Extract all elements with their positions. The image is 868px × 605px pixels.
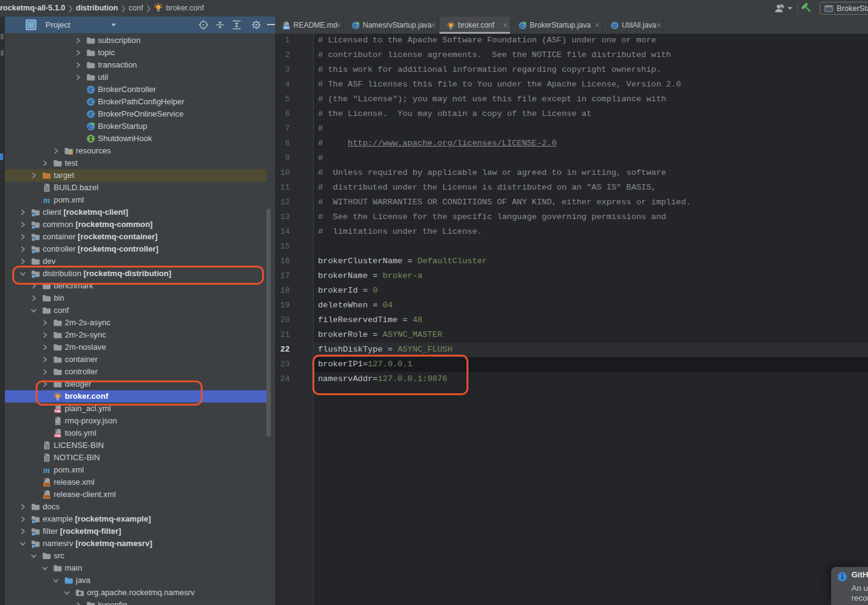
svg-text:C: C [88,110,93,117]
svg-text:C: C [88,86,93,93]
svg-text:m: m [43,196,50,205]
svg-text:C: C [613,23,617,29]
svg-text:{..}: {..} [53,420,63,426]
svg-text:C: C [88,98,93,105]
svg-text:YML: YML [54,409,61,413]
svg-text:YML: YML [54,434,61,437]
svg-text:m: m [43,466,50,475]
svg-text:<>: <> [44,482,49,487]
svg-text:<>: <> [44,495,49,499]
svg-text:MD: MD [284,26,290,29]
